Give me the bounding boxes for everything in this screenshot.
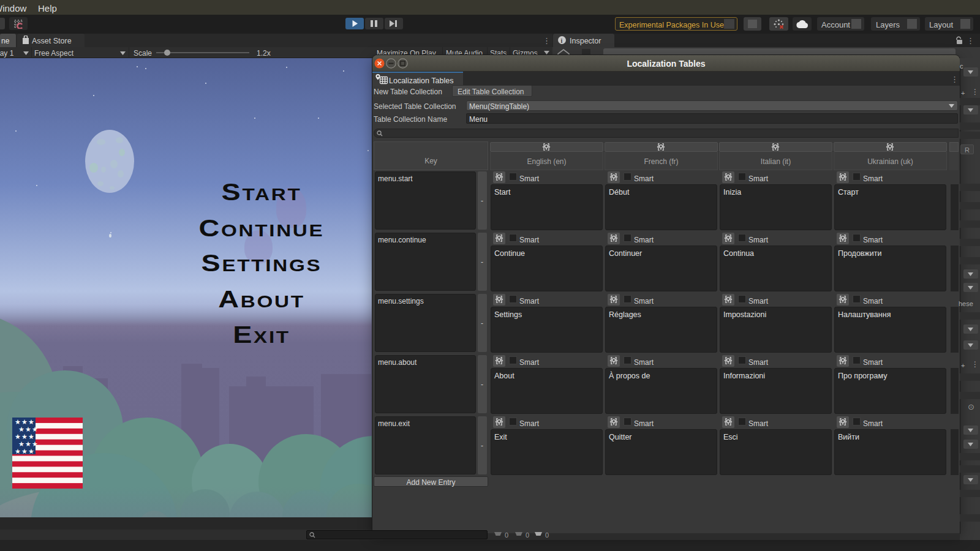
svg-text:★: ★ bbox=[15, 433, 21, 440]
svg-text:★: ★ bbox=[21, 418, 28, 425]
svg-text:★: ★ bbox=[25, 440, 31, 448]
svg-text:★: ★ bbox=[18, 440, 24, 448]
svg-text:★: ★ bbox=[15, 418, 21, 425]
svg-text:★: ★ bbox=[21, 433, 28, 440]
svg-text:★: ★ bbox=[28, 418, 34, 425]
svg-text:★: ★ bbox=[28, 433, 34, 440]
svg-text:★: ★ bbox=[25, 425, 31, 433]
svg-text:★: ★ bbox=[21, 448, 28, 455]
svg-text:★: ★ bbox=[28, 448, 34, 455]
svg-text:★: ★ bbox=[32, 425, 38, 433]
svg-text:★: ★ bbox=[15, 448, 21, 455]
svg-text:★: ★ bbox=[18, 425, 24, 433]
svg-text:★: ★ bbox=[32, 440, 38, 448]
